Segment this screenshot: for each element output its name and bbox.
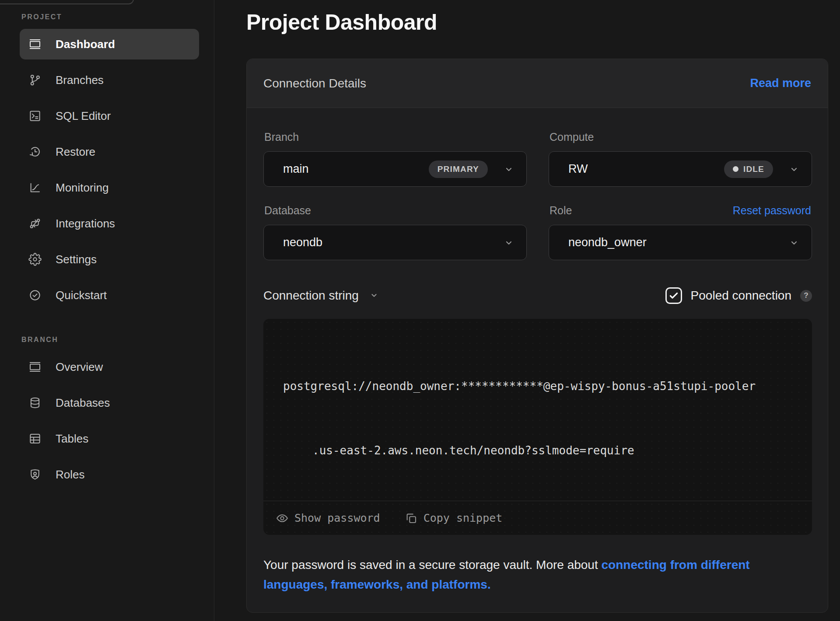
pooled-connection-label: Pooled connection — [691, 289, 791, 303]
checkmark-icon — [668, 290, 679, 301]
idle-badge: IDLE — [724, 160, 773, 178]
sidebar-item-tables[interactable]: Tables — [20, 423, 199, 454]
sidebar-item-label: Restore — [56, 145, 95, 159]
chevron-down-icon — [369, 290, 380, 301]
database-label: Database — [264, 204, 311, 217]
sync-arrows-icon — [28, 217, 42, 230]
database-cylinder-icon — [28, 396, 42, 409]
card-body: Branch main PRIMARY Compute — [247, 108, 828, 612]
project-selector-fragment[interactable] — [0, 0, 134, 4]
main-content: Project Dashboard Connection Details Rea… — [214, 0, 840, 621]
sidebar-item-monitoring[interactable]: Monitoring — [20, 172, 199, 203]
sidebar-item-sql-editor[interactable]: SQL Editor — [20, 101, 199, 131]
sidebar-item-label: Quickstart — [56, 289, 107, 302]
card-title: Connection Details — [263, 77, 366, 91]
sidebar-item-label: Settings — [56, 253, 97, 266]
connection-string-value: postgresql://neondb_owner:************@e… — [263, 319, 812, 504]
compute-label: Compute — [550, 131, 594, 143]
reset-password-link[interactable]: Reset password — [733, 204, 811, 217]
pooled-connection-checkbox[interactable] — [665, 287, 682, 304]
dashboard-icon — [28, 38, 42, 51]
sidebar-item-label: SQL Editor — [56, 109, 111, 123]
window-icon — [28, 360, 42, 373]
branch-field: Branch main PRIMARY — [263, 119, 527, 187]
read-more-link[interactable]: Read more — [750, 77, 811, 90]
branch-select[interactable]: main PRIMARY — [263, 151, 527, 187]
primary-badge: PRIMARY — [429, 160, 488, 178]
role-field: Role Reset password neondb_owner — [549, 187, 812, 260]
branch-value: main — [283, 162, 429, 176]
sidebar-item-label: Databases — [56, 396, 110, 410]
history-clock-icon — [28, 145, 42, 158]
table-grid-icon — [28, 432, 42, 445]
idle-status-dot — [733, 166, 738, 172]
sidebar-item-settings[interactable]: Settings — [20, 244, 199, 275]
shield-user-icon — [28, 468, 42, 481]
git-branch-icon — [28, 73, 42, 87]
check-circle-icon — [28, 289, 42, 302]
copy-icon — [405, 512, 418, 525]
sidebar-item-branches[interactable]: Branches — [20, 65, 199, 95]
connection-string-dropdown[interactable]: Connection string — [263, 289, 380, 303]
sidebar-section-project: PROJECT — [21, 13, 198, 21]
sidebar-item-label: Tables — [56, 432, 88, 446]
pooled-connection-group: Pooled connection ? — [665, 287, 812, 304]
sidebar: PROJECT Dashboard Branches SQL Editor Re… — [0, 0, 214, 621]
sidebar-item-label: Integrations — [56, 217, 115, 230]
code-block-footer: Show password Copy snippet — [263, 501, 812, 535]
sidebar-item-dashboard[interactable]: Dashboard — [20, 29, 199, 59]
database-field: Database neondb — [263, 187, 527, 260]
database-value: neondb — [283, 236, 504, 249]
sidebar-item-label: Dashboard — [56, 38, 115, 51]
help-icon[interactable]: ? — [800, 290, 812, 302]
sidebar-item-label: Overview — [56, 360, 103, 374]
copy-snippet-button[interactable]: Copy snippet — [405, 512, 503, 525]
sidebar-item-restore[interactable]: Restore — [20, 136, 199, 167]
compute-select[interactable]: RW IDLE — [549, 151, 812, 187]
chevron-down-icon — [789, 237, 799, 248]
terminal-icon — [28, 109, 42, 122]
sidebar-item-label: Branches — [56, 73, 104, 87]
connection-string-label: Connection string — [263, 289, 359, 303]
database-select[interactable]: neondb — [263, 225, 527, 260]
page-title: Project Dashboard — [246, 10, 840, 35]
connection-string-code-block: postgresql://neondb_owner:************@e… — [263, 319, 812, 535]
role-label: Role — [550, 204, 572, 217]
sidebar-item-integrations[interactable]: Integrations — [20, 208, 199, 239]
chevron-down-icon — [789, 164, 799, 174]
role-value: neondb_owner — [568, 236, 789, 249]
sidebar-item-databases[interactable]: Databases — [20, 387, 199, 418]
chart-curve-icon — [28, 181, 42, 194]
branch-label: Branch — [264, 131, 299, 143]
chevron-down-icon — [504, 164, 514, 174]
compute-value: RW — [568, 162, 724, 176]
show-password-button[interactable]: Show password — [276, 512, 380, 525]
role-select[interactable]: neondb_owner — [549, 225, 812, 260]
compute-field: Compute RW IDLE — [549, 119, 812, 187]
eye-icon — [276, 512, 289, 525]
sidebar-item-quickstart[interactable]: Quickstart — [20, 280, 199, 310]
password-vault-note: Your password is saved in a secure stora… — [263, 555, 812, 595]
sidebar-item-label: Monitoring — [56, 181, 108, 195]
sidebar-item-overview[interactable]: Overview — [20, 352, 199, 382]
card-header: Connection Details Read more — [247, 59, 828, 108]
sidebar-section-branch: BRANCH — [21, 336, 198, 344]
chevron-down-icon — [504, 237, 514, 248]
sidebar-item-roles[interactable]: Roles — [20, 459, 199, 490]
connection-details-card: Connection Details Read more Branch main… — [246, 59, 828, 613]
sidebar-item-label: Roles — [56, 468, 84, 481]
gear-icon — [28, 253, 42, 266]
